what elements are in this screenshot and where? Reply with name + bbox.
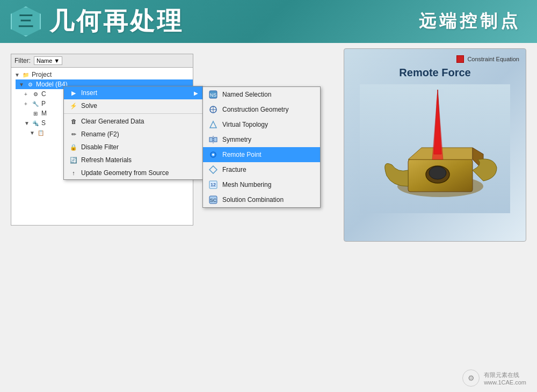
context-disable[interactable]: 🔒 Disable Filter [64, 141, 202, 154]
clear-label: Clear Generated Data [81, 118, 144, 125]
sub-icon: 📋 [37, 129, 45, 136]
insert-label: Insert [81, 89, 97, 97]
svg-rect-6 [209, 137, 213, 142]
construction-geometry-label: Construction Geometry [222, 106, 288, 113]
submenu-mesh-numbering[interactable]: 12 Mesh Numbering [203, 177, 320, 192]
virtual-topology-label: Virtual Topology [222, 121, 268, 128]
footer-watermark: ⚙ 有限元素在线 www.1CAE.com [462, 369, 526, 387]
svg-text:NS: NS [210, 92, 217, 98]
insert-icon: ▶ [69, 89, 78, 97]
submenu: NS Named Selection Construction Geometry… [202, 86, 321, 208]
model-expand-icon: ▼ [19, 82, 24, 88]
submenu-virtual-topology[interactable]: Virtual Topology [203, 117, 320, 132]
watermark-text: 有限元素在线 www.1CAE.com [484, 371, 526, 386]
project-icon: 📁 [22, 71, 30, 78]
svg-point-10 [212, 154, 214, 156]
submenu-named-selection[interactable]: NS Named Selection [203, 87, 320, 102]
sub-expand-icon: ▼ [30, 130, 35, 136]
hexagon-badge: 三 [11, 6, 41, 37]
svg-marker-11 [209, 166, 217, 173]
svg-point-22 [429, 166, 446, 179]
filter-dropdown[interactable]: Name ▼ [34, 56, 62, 65]
watermark-line1: 有限元素在线 [484, 371, 526, 379]
context-clear[interactable]: 🗑 Clear Generated Data [64, 115, 202, 128]
remote-force-title: Remote Force [399, 67, 470, 79]
s-icon: 🔩 [32, 119, 39, 127]
model-icon: ⚙ [26, 81, 34, 88]
solve-icon: ⚡ [69, 101, 78, 110]
svg-rect-7 [214, 137, 217, 142]
construction-geometry-icon [208, 105, 218, 114]
header: 三 几何再处理 远端控制点 [0, 0, 537, 43]
main-content: Filter: Name ▼ ▼ 📁 Project ▼ ⚙ Model (B4… [0, 43, 537, 392]
context-update[interactable]: ↑ Update Geometry from Source [64, 166, 202, 179]
remote-point-label: Remote Point [222, 151, 262, 158]
menu-separator-1 [64, 113, 202, 114]
expand-icon: ▼ [14, 72, 20, 78]
submenu-construction-geometry[interactable]: Construction Geometry [203, 102, 320, 117]
project-label: Project [32, 71, 52, 78]
virtual-topology-icon [208, 120, 218, 129]
filter-bar: Filter: Name ▼ [11, 54, 193, 68]
legend-color [456, 55, 464, 63]
m-label: M [41, 110, 47, 117]
context-rename[interactable]: ✏ Rename (F2) [64, 128, 202, 141]
tree-item-project[interactable]: ▼ 📁 Project [11, 70, 193, 79]
update-icon: ↑ [69, 169, 78, 177]
header-subtitle: 远端控制点 [419, 10, 521, 33]
rename-label: Rename (F2) [81, 130, 119, 138]
p-expand-icon: + [24, 101, 30, 107]
watermark-line2: www.1CAE.com [484, 379, 526, 386]
filter-value: Name [37, 57, 52, 64]
refresh-icon: 🔄 [69, 156, 78, 164]
filter-label: Filter: [14, 57, 31, 64]
context-refresh[interactable]: 🔄 Refresh Materials [64, 154, 202, 166]
filter-arrow: ▼ [54, 57, 60, 64]
p-icon: 🔧 [32, 100, 39, 107]
disable-label: Disable Filter [81, 143, 119, 151]
symmetry-icon [208, 135, 218, 144]
constraint-legend: Constraint Equation [456, 55, 519, 63]
svg-text:SC: SC [210, 198, 217, 203]
remote-point-icon [208, 150, 218, 159]
refresh-label: Refresh Materials [81, 156, 132, 164]
svg-text:12: 12 [211, 182, 216, 187]
mesh-numbering-label: Mesh Numbering [222, 181, 271, 188]
c-label: C [41, 90, 46, 98]
clear-icon: 🗑 [69, 117, 78, 126]
update-label: Update Geometry from Source [81, 169, 169, 177]
s-label: S [41, 119, 46, 127]
s-expand-icon: ▼ [24, 120, 30, 126]
p-label: P [41, 100, 46, 107]
fracture-icon [208, 165, 218, 175]
symmetry-label: Symmetry [222, 136, 251, 143]
m-icon: ⊞ [32, 110, 39, 117]
fracture-label: Fracture [222, 166, 246, 173]
solution-combination-label: Solution Combination [222, 196, 284, 204]
solution-combination-icon: SC [208, 195, 218, 205]
context-menu: ▶ Insert ▶ ⚡ Solve 🗑 Clear Generated Dat… [63, 86, 203, 180]
watermark-logo: ⚙ [462, 369, 480, 387]
submenu-fracture[interactable]: Fracture [203, 162, 320, 177]
model-label: Model (B4) [36, 81, 68, 88]
context-solve[interactable]: ⚡ Solve [64, 99, 202, 112]
right-panel: Constraint Equation Remote Force [344, 48, 526, 242]
submenu-remote-point[interactable]: Remote Point [203, 147, 320, 162]
submenu-symmetry[interactable]: Symmetry [203, 132, 320, 147]
named-selection-icon: NS [208, 90, 218, 99]
submenu-solution-combination[interactable]: SC Solution Combination [203, 192, 320, 207]
svg-marker-5 [210, 121, 216, 128]
3d-visualization [360, 84, 510, 213]
page-title: 几何再处理 [49, 5, 184, 38]
disable-icon: 🔒 [69, 143, 78, 151]
context-insert[interactable]: ▶ Insert ▶ [64, 86, 202, 99]
rename-icon: ✏ [69, 130, 78, 139]
c-icon: ⚙ [32, 90, 39, 98]
legend-label: Constraint Equation [467, 56, 519, 62]
mesh-numbering-icon: 12 [208, 180, 218, 190]
insert-arrow: ▶ [194, 90, 198, 96]
shape-container [360, 84, 510, 224]
named-selection-label: Named Selection [222, 91, 271, 98]
c-expand-icon: + [24, 91, 30, 97]
solve-label: Solve [81, 102, 97, 110]
